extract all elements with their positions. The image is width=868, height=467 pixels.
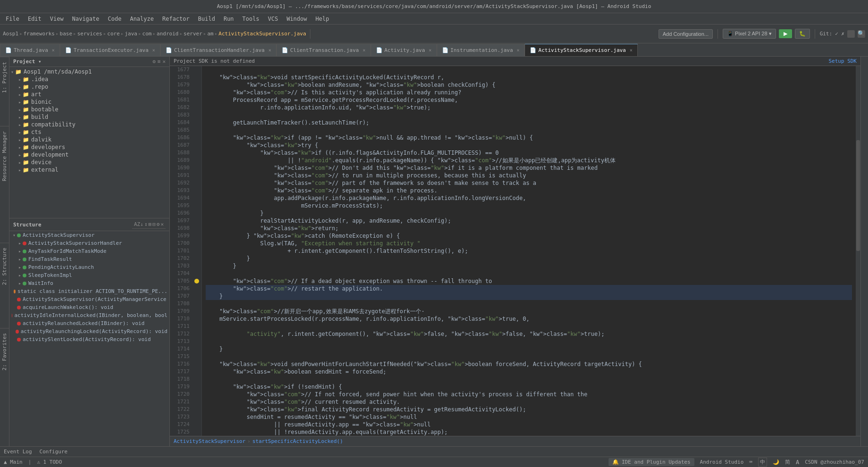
sort-icon[interactable]: ↕ <box>144 221 148 227</box>
menu-view[interactable]: View <box>46 15 67 23</box>
input-method-icon[interactable]: ⌨ <box>749 459 752 465</box>
menu-help[interactable]: Help <box>312 15 333 23</box>
tab-thread-close[interactable]: × <box>52 48 55 53</box>
expand-icon[interactable]: ⊞ <box>149 221 152 227</box>
simplified-label[interactable]: 简 <box>785 459 790 466</box>
menu-analyze[interactable]: Analyze <box>126 15 158 23</box>
menu-vcs[interactable]: VCS <box>264 15 282 23</box>
struct-relaunched[interactable]: activityRelaunchedLocked(IBinder): void <box>9 319 169 327</box>
project-tree[interactable]: ▾ 📁 Aosp1 /mnt/sda/Aosp1 ▸ 📁 .idea ▸ 📁 .… <box>9 67 169 218</box>
debug-button[interactable]: 🐛 <box>795 29 810 39</box>
tab-cth-close[interactable]: × <box>268 48 271 53</box>
structure-list[interactable]: ▾ ActivityStackSupervisor ▸ ActivityStac… <box>9 231 169 397</box>
struct-activity-idle[interactable]: activityIdleInternalLocked(IBinder, bool… <box>9 311 169 319</box>
struct-pending[interactable]: ▸ PendingActivityLaunch <box>9 263 169 271</box>
menu-build[interactable]: Build <box>194 15 219 23</box>
tb-am[interactable]: am <box>207 31 213 37</box>
tree-root[interactable]: ▾ 📁 Aosp1 /mnt/sda/Aosp1 <box>9 68 169 75</box>
tb-base[interactable]: base <box>60 31 73 37</box>
tree-repo[interactable]: ▸ 📁 .repo <box>9 83 169 91</box>
setup-sdk-link[interactable]: Setup SDK <box>828 58 857 64</box>
project-close-icon[interactable]: ✕ <box>162 58 166 65</box>
menu-refactor[interactable]: Refactor <box>159 15 193 23</box>
close-icon[interactable]: ✕ <box>160 221 164 227</box>
editor-scrollbar[interactable] <box>856 66 860 436</box>
tree-external[interactable]: ▸ 📁 external <box>9 166 169 174</box>
git-icon[interactable] <box>847 30 855 38</box>
menu-run[interactable]: Run <box>220 15 238 23</box>
scroll-thumb[interactable] <box>856 140 860 251</box>
project-settings-icon[interactable]: ⚙ <box>152 58 156 65</box>
collapse-icon[interactable]: ⊟ <box>152 221 156 227</box>
breadcrumb-class[interactable]: ActivityStackSupervisor <box>174 438 245 444</box>
menu-navigate[interactable]: Navigate <box>68 15 103 23</box>
side-tab-favorites[interactable]: 2: Favorites <box>0 328 9 375</box>
font-icon[interactable]: A <box>796 459 799 466</box>
side-tab-structure[interactable]: 2: Structure <box>0 242 9 290</box>
struct-static-init[interactable]: static class initializer ACTION_TO_RUNTI… <box>9 287 169 295</box>
struct-slent[interactable]: activitySlentLocked(ActivityRecord): voi… <box>9 335 169 343</box>
tree-build[interactable]: ▸ 📁 build <box>9 113 169 121</box>
add-configuration-button[interactable]: Add Configuration... <box>659 29 713 39</box>
ide-updates-badge[interactable]: 🔔 IDE and Plugin Updates <box>609 458 694 466</box>
breadcrumb-method[interactable]: startSpecificActivityLocked() <box>252 438 343 444</box>
struct-class-root[interactable]: ▾ ActivityStackSupervisor <box>9 231 169 239</box>
tree-development[interactable]: ▸ 📁 development <box>9 151 169 158</box>
tree-bootable[interactable]: ▸ 📁 bootable <box>9 106 169 113</box>
struct-acquire[interactable]: acquireLaunchWakelock(): void <box>9 303 169 311</box>
struct-sleep[interactable]: ▸ SleepTokenImpl <box>9 271 169 279</box>
tree-developers[interactable]: ▸ 📁 developers <box>9 143 169 151</box>
tb-frameworks[interactable]: frameworks <box>24 31 55 37</box>
tb-server[interactable]: server <box>184 31 202 37</box>
tree-cts[interactable]: ▸ 📁 cts <box>9 128 169 136</box>
tab-activitystacksupervisor[interactable]: 📄 ActivityStackSupervisor.java × <box>525 44 637 56</box>
tree-device[interactable]: ▸ 📁 device <box>9 158 169 166</box>
tab-ass-close[interactable]: × <box>630 48 633 53</box>
tb-android[interactable]: android <box>157 31 178 37</box>
lang-zh[interactable]: 中 <box>758 458 767 467</box>
struct-findtask[interactable]: ▸ FindTaskResult <box>9 255 169 263</box>
menu-file[interactable]: File <box>2 15 23 23</box>
tab-instr-close[interactable]: × <box>517 48 519 53</box>
configure-link[interactable]: Configure <box>40 449 68 455</box>
side-tab-project[interactable]: 1: Project <box>0 57 9 98</box>
search-icon[interactable]: 🔍 <box>858 30 865 38</box>
tree-compatibility[interactable]: ▸ 📁 compatibility <box>9 121 169 128</box>
tree-idea[interactable]: ▸ 📁 .idea <box>9 75 169 83</box>
tab-activity[interactable]: 📄 Activity.java × <box>371 44 437 56</box>
tab-clienttransactionhandler[interactable]: 📄 ClientTransactionHandler.java × <box>160 44 276 56</box>
run-button[interactable]: ▶ <box>779 29 792 38</box>
tb-com[interactable]: com <box>142 31 152 37</box>
device-selector[interactable]: 📱 Pixel 2 API 28 ▾ <box>723 29 776 39</box>
struct-anytask[interactable]: ▸ AnyTaskForIdMatchTaskMode <box>9 247 169 255</box>
tab-te-close[interactable]: × <box>152 48 155 53</box>
tree-art[interactable]: ▸ 📁 art <box>9 91 169 98</box>
struct-constructor[interactable]: ActivityStackSupervisor(ActivityManagerS… <box>9 295 169 303</box>
tb-file[interactable]: ActivityStackSupervisor.java <box>218 31 306 37</box>
event-log-label[interactable]: Event Log <box>4 449 32 455</box>
sort-alpha-icon[interactable]: AZ↓ <box>134 221 143 227</box>
struct-relaunching[interactable]: activityRelaunchingLocked(ActivityRecord… <box>9 327 169 335</box>
menu-tools[interactable]: Tools <box>239 15 263 23</box>
menu-window[interactable]: Window <box>283 15 310 23</box>
tb-core[interactable]: core <box>107 31 120 37</box>
menu-edit[interactable]: Edit <box>24 15 45 23</box>
tab-clienttransaction[interactable]: 📄 ClientTransaction.java × <box>276 44 371 56</box>
tree-bionic[interactable]: ▸ 📁 bionic <box>9 98 169 106</box>
tab-thread-java[interactable]: 📄 Thread.java × <box>0 44 60 56</box>
project-layout-icon[interactable]: ≡ <box>158 58 161 65</box>
tab-transactionexecutor[interactable]: 📄 TransactionExecutor.java × <box>60 44 160 56</box>
tree-dalvik[interactable]: ▸ 📁 dalvik <box>9 136 169 143</box>
tb-aosp1[interactable]: Aosp1 <box>3 31 18 37</box>
tab-ct-close[interactable]: × <box>363 48 366 53</box>
settings-icon[interactable]: ⚙ <box>157 221 160 227</box>
tab-instrumentation[interactable]: 📄 Instrumentation.java × <box>437 44 525 56</box>
tb-services[interactable]: services <box>77 31 102 37</box>
side-tab-resource-manager[interactable]: Resource Manager <box>0 126 9 186</box>
code-content[interactable]: "kw">class="kw">void startSpecificActivi… <box>202 66 856 436</box>
moon-icon[interactable]: 🌙 <box>773 459 779 465</box>
menu-code[interactable]: Code <box>104 15 125 23</box>
tb-java[interactable]: java <box>125 31 137 37</box>
struct-wait[interactable]: ▸ WaitInfo <box>9 279 169 287</box>
struct-handler[interactable]: ▸ ActivityStackSupervisorHandler <box>9 239 169 247</box>
